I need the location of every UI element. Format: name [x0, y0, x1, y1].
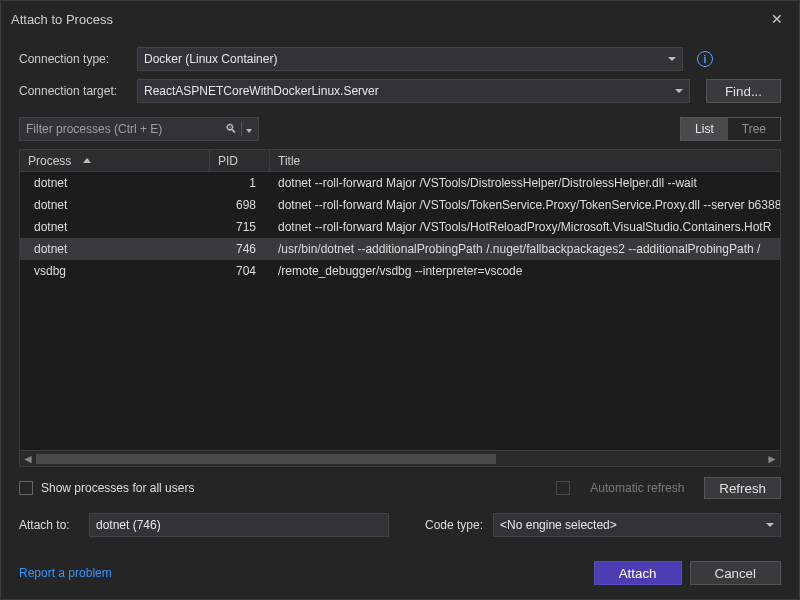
cell-pid: 698	[210, 198, 270, 212]
connection-target-dropdown[interactable]: ReactASPNETCoreWithDockerLinux.Server	[137, 79, 690, 103]
cell-title: /usr/bin/dotnet --additionalProbingPath …	[270, 242, 780, 256]
automatic-refresh-checkbox[interactable]	[556, 481, 570, 495]
filter-placeholder: Filter processes (Ctrl + E)	[26, 122, 162, 136]
cell-pid: 715	[210, 220, 270, 234]
code-type-value: <No engine selected>	[500, 518, 617, 532]
attach-to-process-dialog: Attach to Process ✕ Connection type: Doc…	[0, 0, 800, 600]
cell-title: /remote_debugger/vsdbg --interpreter=vsc…	[270, 264, 780, 278]
filter-split-button[interactable]	[241, 122, 252, 136]
scroll-thumb[interactable]	[36, 454, 496, 464]
automatic-refresh-label: Automatic refresh	[590, 481, 684, 495]
cell-title: dotnet --roll-forward Major /VSTools/Dis…	[270, 176, 780, 190]
chevron-down-icon	[675, 89, 683, 93]
sort-ascending-icon	[83, 158, 91, 163]
connection-type-label: Connection type:	[19, 52, 129, 66]
info-icon[interactable]: i	[697, 51, 713, 67]
find-button[interactable]: Find...	[706, 79, 781, 103]
cell-process: vsdbg	[26, 264, 210, 278]
cell-pid: 746	[210, 242, 270, 256]
report-problem-link[interactable]: Report a problem	[19, 566, 112, 580]
connection-target-label: Connection target:	[19, 84, 129, 98]
cell-pid: 704	[210, 264, 270, 278]
cell-process: dotnet	[26, 242, 210, 256]
view-tree-button[interactable]: Tree	[728, 118, 780, 140]
table-row[interactable]: dotnet746/usr/bin/dotnet --additionalPro…	[20, 238, 780, 260]
cell-pid: 1	[210, 176, 270, 190]
refresh-button[interactable]: Refresh	[704, 477, 781, 499]
cancel-button[interactable]: Cancel	[690, 561, 782, 585]
connection-type-dropdown[interactable]: Docker (Linux Container)	[137, 47, 683, 71]
search-icon: 🔍︎	[225, 122, 237, 136]
cell-title: dotnet --roll-forward Major /VSTools/Tok…	[270, 198, 780, 212]
show-all-users-checkbox[interactable]	[19, 481, 33, 495]
column-pid[interactable]: PID	[210, 150, 270, 171]
scroll-right-icon[interactable]: ►	[764, 451, 780, 467]
close-icon[interactable]: ✕	[765, 9, 789, 29]
table-row[interactable]: vsdbg704/remote_debugger/vsdbg --interpr…	[20, 260, 780, 282]
cell-process: dotnet	[26, 220, 210, 234]
connection-target-value: ReactASPNETCoreWithDockerLinux.Server	[144, 84, 379, 98]
table-row[interactable]: dotnet698dotnet --roll-forward Major /VS…	[20, 194, 780, 216]
attach-to-label: Attach to:	[19, 518, 79, 532]
chevron-down-icon	[766, 523, 774, 527]
attach-to-field[interactable]: dotnet (746)	[89, 513, 389, 537]
column-process[interactable]: Process	[20, 150, 210, 171]
chevron-down-icon	[668, 57, 676, 61]
connection-type-value: Docker (Linux Container)	[144, 52, 277, 66]
titlebar: Attach to Process ✕	[1, 1, 799, 39]
scroll-left-icon[interactable]: ◄	[20, 451, 36, 467]
attach-button[interactable]: Attach	[594, 561, 682, 585]
view-list-button[interactable]: List	[681, 118, 728, 140]
filter-input[interactable]: Filter processes (Ctrl + E) 🔍︎	[19, 117, 259, 141]
table-row[interactable]: dotnet715dotnet --roll-forward Major /VS…	[20, 216, 780, 238]
code-type-label: Code type:	[425, 518, 483, 532]
show-all-users-label: Show processes for all users	[41, 481, 194, 495]
table-body: dotnet1dotnet --roll-forward Major /VSTo…	[20, 172, 780, 450]
cell-title: dotnet --roll-forward Major /VSTools/Hot…	[270, 220, 780, 234]
view-toggle: List Tree	[680, 117, 781, 141]
table-header: Process PID Title	[20, 150, 780, 172]
cell-process: dotnet	[26, 176, 210, 190]
window-title: Attach to Process	[11, 12, 113, 27]
table-row[interactable]: dotnet1dotnet --roll-forward Major /VSTo…	[20, 172, 780, 194]
horizontal-scrollbar[interactable]: ◄ ►	[20, 450, 780, 466]
code-type-dropdown[interactable]: <No engine selected>	[493, 513, 781, 537]
cell-process: dotnet	[26, 198, 210, 212]
process-table: Process PID Title dotnet1dotnet --roll-f…	[19, 149, 781, 467]
column-title[interactable]: Title	[270, 154, 780, 168]
